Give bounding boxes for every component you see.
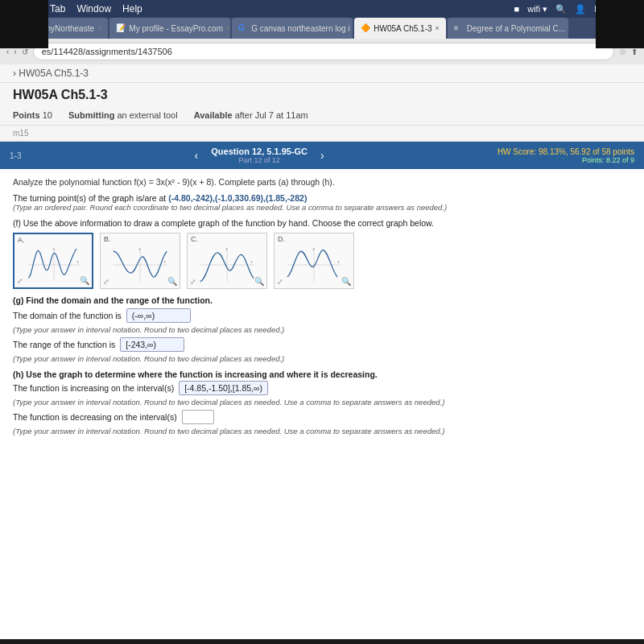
increasing-value[interactable]: [-4.85,-1.50],[1.85,∞) bbox=[179, 381, 268, 395]
m15-label: m15 bbox=[0, 126, 644, 142]
tab-canvas[interactable]: G G canvas northeastern log i × bbox=[232, 18, 353, 39]
user-icon: 👤 bbox=[575, 4, 586, 14]
profiles-menu[interactable]: Profiles bbox=[6, 3, 39, 14]
tab-favicon-2: 📝 bbox=[116, 23, 126, 33]
graph-label-b: B. bbox=[104, 235, 111, 243]
submitting-label: Submitting an external tool bbox=[68, 110, 178, 120]
tab-close-1[interactable]: × bbox=[97, 24, 101, 32]
menubar-left: Profiles Tab Window Help bbox=[6, 3, 142, 14]
spotlight-icon[interactable]: 🔍 bbox=[555, 4, 567, 14]
domain-range-title: (g) Find the domain and the range of the… bbox=[13, 295, 631, 305]
prev-question-button[interactable]: ‹ bbox=[188, 149, 205, 162]
tab-favicon-1: 🏠 bbox=[13, 23, 23, 33]
breadcrumb: › HW05A Ch5.1-3 bbox=[0, 64, 644, 83]
bookmark-icon[interactable]: ☆ bbox=[619, 47, 626, 56]
forward-button[interactable]: › bbox=[14, 47, 16, 56]
expand-icon-c[interactable]: ⤢ bbox=[190, 278, 196, 286]
graph-svg-c: + + bbox=[191, 245, 263, 285]
increasing-section: (h) Use the graph to determine where the… bbox=[13, 369, 631, 436]
magnify-icon-b[interactable]: 🔍 bbox=[167, 277, 177, 286]
graph-option-b[interactable]: B. + + 🔍 ⤢ bbox=[100, 233, 180, 289]
tab-close-4[interactable]: × bbox=[436, 24, 440, 32]
graph-svg-b: + + bbox=[104, 245, 176, 285]
question-title: Question 12, 5.1.95-GC bbox=[211, 147, 308, 156]
page-title-text: HW05A Ch5.1-3 bbox=[13, 88, 108, 101]
tab-hw05a[interactable]: 🔶 HW05A Ch5.1-3 × bbox=[354, 18, 446, 39]
magnify-icon-a[interactable]: 🔍 bbox=[80, 276, 89, 285]
graph-instruction: (f) Use the above information to draw a … bbox=[13, 218, 631, 228]
increasing-label: The function is increasing on the interv… bbox=[13, 383, 174, 393]
tab-label-4: HW05A Ch5.1-3 bbox=[374, 24, 431, 33]
range-label: The range of the function is bbox=[13, 340, 115, 349]
hw-score-display: HW Score: 98.13%, 56.92 of 58 points bbox=[497, 147, 634, 156]
refresh-button[interactable]: ↺ bbox=[22, 47, 28, 56]
tab-favicon-4: 🔶 bbox=[361, 23, 370, 33]
increasing-section-title: (h) Use the graph to determine where the… bbox=[13, 369, 631, 379]
points-label: Points 10 bbox=[13, 110, 52, 120]
back-button[interactable]: ‹ bbox=[6, 47, 9, 56]
problem-statement-text: Analyze the polynomial function f(x) = 3… bbox=[13, 177, 335, 187]
magnify-icon-d[interactable]: 🔍 bbox=[341, 277, 351, 286]
domain-range-section: (g) Find the domain and the range of the… bbox=[13, 295, 631, 363]
tab-label-5: Degree of a Polynomial C... bbox=[467, 24, 565, 33]
tab-mynortheastern[interactable]: 🏠 me - myNortheaste × bbox=[6, 18, 108, 39]
svg-text:+: + bbox=[138, 246, 141, 251]
domain-label: The domain of the function is bbox=[13, 311, 122, 320]
share-icon[interactable]: ⬆ bbox=[631, 47, 638, 56]
graph-svg-d: + + bbox=[278, 245, 350, 285]
next-question-button[interactable]: › bbox=[314, 149, 331, 162]
datetime-display: Mon Jul 25 bbox=[594, 4, 638, 14]
svg-text:+: + bbox=[225, 246, 228, 251]
tab-label-2: My profile - EssayPro.com bbox=[129, 24, 223, 33]
turning-points-section: The turning point(s) of the graph is/are… bbox=[13, 193, 631, 212]
decreasing-input[interactable] bbox=[182, 410, 214, 424]
domain-answer-row: The domain of the function is (-∞,∞) bbox=[13, 308, 631, 323]
question-nav-center: Question 12, 5.1.95-GC Part 12 of 12 bbox=[211, 147, 308, 164]
svg-text:+: + bbox=[52, 247, 55, 251]
graph-option-c[interactable]: C. + + 🔍 ⤢ bbox=[187, 233, 267, 289]
page-title: HW05A Ch5.1-3 bbox=[0, 83, 644, 105]
turning-points-label: The turning point(s) of the graph is/are… bbox=[13, 193, 631, 203]
available-label: Available after Jul 7 at 11am bbox=[194, 110, 308, 120]
turning-points-value: (-4.80,-242),(-1.0,330.69),(1.85,-282) bbox=[168, 193, 307, 203]
graph-option-a[interactable]: A. + + 🔍 ⤢ bbox=[13, 233, 93, 289]
expand-icon-b[interactable]: ⤢ bbox=[103, 278, 109, 286]
domain-value[interactable]: (-∞,∞) bbox=[126, 308, 191, 323]
graph-options: A. + + 🔍 ⤢ B. bbox=[13, 233, 631, 289]
range-answer-row: The range of the function is [-243,∞) bbox=[13, 337, 631, 352]
magnify-icon-c[interactable]: 🔍 bbox=[254, 277, 264, 286]
svg-text:+: + bbox=[337, 259, 340, 264]
question-nav-bar: 1-3 ‹ Question 12, 5.1.95-GC Part 12 of … bbox=[0, 142, 644, 169]
svg-text:+: + bbox=[312, 246, 315, 251]
svg-text:+: + bbox=[163, 259, 166, 264]
tab-menu[interactable]: Tab bbox=[50, 3, 65, 14]
expand-icon-d[interactable]: ⤢ bbox=[277, 278, 283, 286]
graph-label-c: C. bbox=[191, 235, 198, 243]
increasing-hint: (Type your answer in interval notation. … bbox=[13, 398, 631, 407]
range-value[interactable]: [-243,∞) bbox=[120, 337, 184, 352]
range-hint: (Type your answer in interval notation. … bbox=[13, 354, 631, 363]
tab-label-3: G canvas northeastern log i bbox=[251, 24, 349, 33]
window-menu[interactable]: Window bbox=[76, 3, 111, 14]
svg-text:+: + bbox=[76, 260, 79, 264]
turning-points-hint: (Type an ordered pair. Round each coordi… bbox=[13, 203, 631, 212]
assignment-info-bar: Points 10 Submitting an external tool Av… bbox=[0, 105, 644, 126]
question-nav-right: HW Score: 98.13%, 56.92 of 58 points Poi… bbox=[497, 147, 634, 164]
tab-polynomial[interactable]: ≡ Degree of a Polynomial C... × bbox=[448, 18, 568, 39]
help-menu[interactable]: Help bbox=[122, 3, 142, 14]
graph-section: (f) Use the above information to draw a … bbox=[13, 218, 631, 289]
address-bar[interactable]: es/114428/assignments/1437506 bbox=[33, 43, 614, 60]
problem-statement: Analyze the polynomial function f(x) = 3… bbox=[13, 177, 631, 187]
decreasing-answer-row: The function is decreasing on the interv… bbox=[13, 410, 631, 424]
question-sub: Part 12 of 12 bbox=[211, 156, 308, 164]
question-nav-left-label: 1-3 bbox=[10, 151, 21, 160]
svg-text:+: + bbox=[250, 259, 253, 264]
tab-essaypro[interactable]: 📝 My profile - EssayPro.com × bbox=[109, 18, 230, 39]
tab-close-2[interactable]: × bbox=[226, 24, 230, 32]
expand-icon-a[interactable]: ⤢ bbox=[17, 277, 23, 285]
decreasing-hint: (Type your answer in interval notation. … bbox=[13, 427, 631, 436]
graph-label-a: A. bbox=[18, 236, 25, 244]
tab-label-1: me - myNortheaste bbox=[26, 24, 94, 33]
graph-option-d[interactable]: D. + + 🔍 ⤢ bbox=[274, 233, 354, 289]
points-display: Points: 8.22 of 9 bbox=[497, 156, 634, 164]
